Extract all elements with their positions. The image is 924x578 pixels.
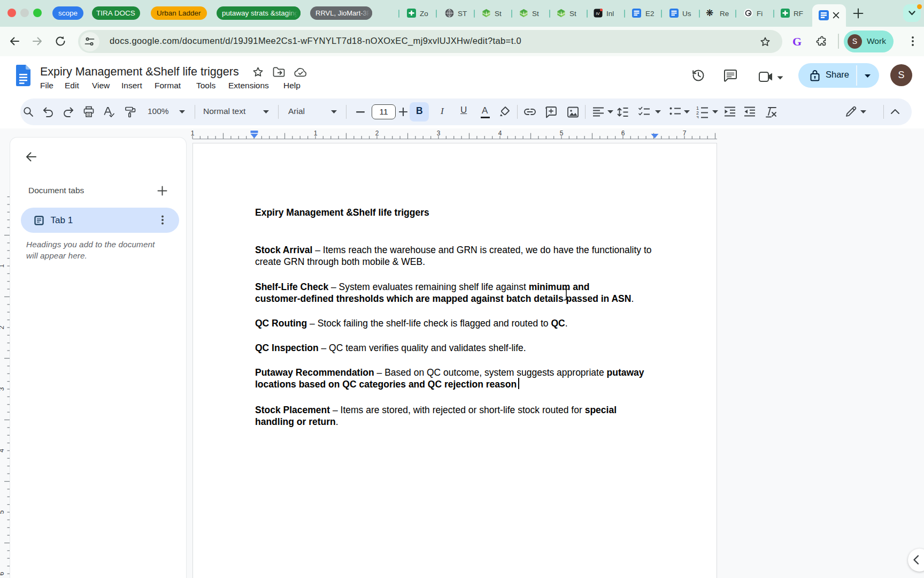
svg-text:6: 6 [0,572,5,575]
svg-text:4: 4 [498,130,502,137]
svg-text:2: 2 [375,130,379,137]
svg-text:3: 3 [696,115,699,118]
svg-text:2: 2 [0,325,5,329]
svg-text:1: 1 [191,130,195,137]
svg-text:1: 1 [314,130,318,137]
svg-text:7: 7 [683,130,687,137]
svg-text:iV: iV [596,11,600,16]
svg-text:5: 5 [560,130,564,137]
svg-text:3: 3 [0,387,5,391]
svg-text:1: 1 [0,264,5,268]
svg-text:5: 5 [0,510,5,514]
svg-text:6: 6 [621,130,625,137]
svg-text:3: 3 [437,130,441,137]
svg-text:4: 4 [0,448,5,452]
